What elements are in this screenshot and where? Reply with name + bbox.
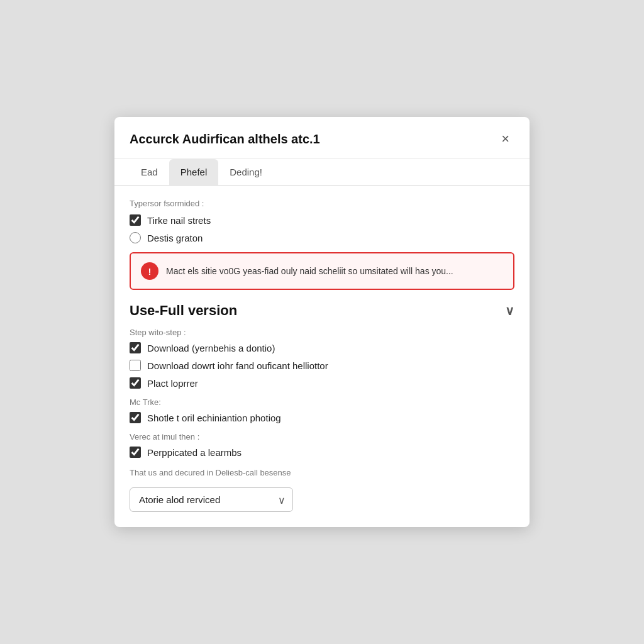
step-item-2-label: Plact loprrer bbox=[147, 378, 198, 389]
checkbox-download-1[interactable] bbox=[130, 342, 141, 353]
dropdown-select[interactable]: Atorie alod rerviced Option 2 Option 3 bbox=[130, 487, 293, 512]
chevron-down-icon[interactable]: ∨ bbox=[505, 303, 514, 318]
radio-destis[interactable] bbox=[130, 232, 141, 243]
option-destis: Destis graton bbox=[130, 232, 514, 243]
tab-bar: Ead Phefel Deding! bbox=[114, 159, 530, 186]
step-item-0: Download (yernbehis a dontio) bbox=[130, 342, 514, 353]
top-section-label: Typersor fsormided : bbox=[130, 199, 514, 208]
verec-item-0-label: Perppicated a learmbs bbox=[147, 447, 242, 458]
mc-item-0-label: Shotle t oril echiniantion photiog bbox=[147, 413, 281, 423]
step-item-1-label: Download dowrt iohr fand ouficant hellio… bbox=[147, 360, 328, 371]
error-message: Mact els sitie vo0G yeas-fiad ouly naid … bbox=[166, 266, 453, 276]
dialog-title: Accurck Audirfican althels atc.1 bbox=[130, 132, 320, 147]
dropdown-wrapper: Atorie alod rerviced Option 2 Option 3 ∨ bbox=[130, 487, 293, 512]
option-tirke: Tirke nail strets bbox=[130, 214, 514, 226]
verec-item-0: Perppicated a learmbs bbox=[130, 447, 514, 458]
tab-deding[interactable]: Deding! bbox=[218, 159, 274, 186]
verec-label: Verec at imul then : bbox=[130, 432, 514, 441]
error-icon: ! bbox=[141, 262, 158, 280]
option-destis-label: Destis graton bbox=[147, 233, 203, 243]
mc-label: Mc Trke: bbox=[130, 397, 514, 407]
checkbox-download-2[interactable] bbox=[130, 360, 141, 371]
checkbox-perppicated[interactable] bbox=[130, 447, 141, 458]
option-tirke-label: Tirke nail strets bbox=[147, 215, 211, 226]
checkbox-shotle[interactable] bbox=[130, 412, 141, 423]
that-label: That us and decured in Deliesb-call bese… bbox=[130, 468, 514, 477]
use-full-section-heading: Use-Full version ∨ bbox=[130, 303, 514, 319]
close-button[interactable]: × bbox=[496, 130, 514, 148]
step-item-0-label: Download (yernbehis a dontio) bbox=[147, 343, 275, 353]
checkbox-plact[interactable] bbox=[130, 377, 141, 389]
mc-item-0: Shotle t oril echiniantion photiog bbox=[130, 412, 514, 423]
dialog-body: Typersor fsormided : Tirke nail strets D… bbox=[114, 186, 530, 527]
error-banner: ! Mact els sitie vo0G yeas-fiad ouly nai… bbox=[130, 252, 514, 290]
checkbox-tirke[interactable] bbox=[130, 214, 141, 226]
tab-ead[interactable]: Ead bbox=[130, 159, 169, 186]
step-item-2: Plact loprrer bbox=[130, 377, 514, 389]
step-item-1: Download dowrt iohr fand ouficant hellio… bbox=[130, 360, 514, 371]
dialog-header: Accurck Audirfican althels atc.1 × bbox=[114, 117, 530, 159]
dialog: Accurck Audirfican althels atc.1 × Ead P… bbox=[114, 117, 530, 527]
use-full-title: Use-Full version bbox=[130, 303, 237, 319]
step-label: Step wito-step : bbox=[130, 328, 514, 337]
tab-phefel[interactable]: Phefel bbox=[169, 159, 219, 186]
